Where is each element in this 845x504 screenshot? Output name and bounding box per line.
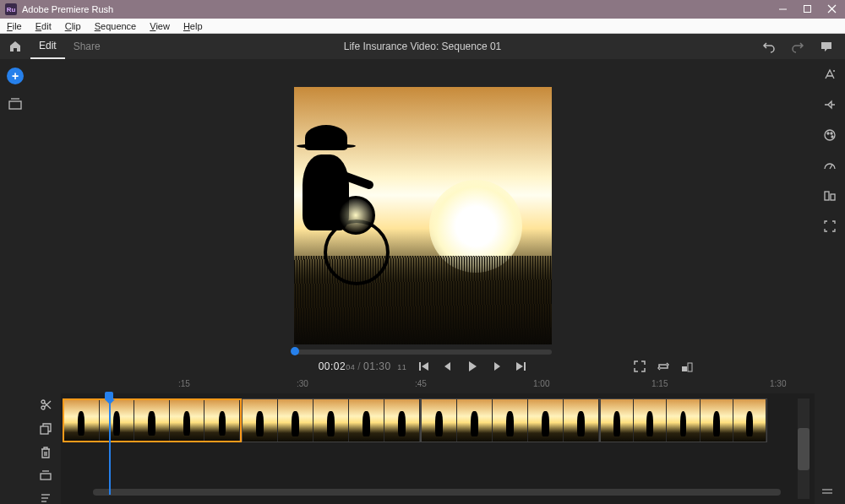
header-tabs: Edit Share <box>30 34 109 59</box>
svg-marker-10 <box>469 361 477 371</box>
timeline-scrollbar-vertical[interactable] <box>798 398 810 499</box>
track-controls-icon[interactable] <box>40 492 52 504</box>
timeline-ruler[interactable]: :15:30:451:001:151:30 <box>30 377 815 393</box>
menu-file[interactable]: File <box>0 21 29 31</box>
clip-thumbnail <box>278 399 313 442</box>
scissors-icon[interactable] <box>40 398 52 411</box>
timeline-clip[interactable] <box>421 398 600 442</box>
clip-thumbnail <box>601 399 634 442</box>
fullscreen-icon[interactable] <box>634 360 646 372</box>
project-panel-icon[interactable] <box>8 98 22 110</box>
ruler-tick: :30 <box>297 379 308 388</box>
menu-edit[interactable]: Edit <box>29 21 58 31</box>
expand-tracks-icon[interactable] <box>40 470 52 480</box>
tab-edit[interactable]: Edit <box>30 34 65 59</box>
timeline-clip[interactable] <box>242 398 421 442</box>
titles-icon[interactable] <box>823 68 837 81</box>
svg-rect-6 <box>419 362 421 371</box>
header-right-controls <box>762 40 845 53</box>
clip-thumbnail <box>422 399 457 442</box>
timeline-scrollbar-horizontal[interactable] <box>93 489 781 496</box>
add-media-button[interactable]: + <box>7 68 24 84</box>
clip-thumbnail <box>243 399 278 442</box>
undo-icon[interactable] <box>762 40 776 53</box>
menu-view[interactable]: View <box>143 21 177 31</box>
window-controls <box>778 4 837 15</box>
clip-thumbnail <box>528 399 564 442</box>
svg-rect-9 <box>451 362 453 371</box>
duplicate-icon[interactable] <box>40 423 52 435</box>
clip-thumbnail <box>204 400 240 441</box>
menu-bar: File Edit Clip Sequence View Help <box>0 19 845 34</box>
clip-thumbnail <box>733 399 766 442</box>
play-icon[interactable] <box>466 360 479 373</box>
svg-rect-35 <box>831 194 835 200</box>
clip-thumbnail <box>701 399 733 442</box>
timeline-options-icon[interactable] <box>821 487 833 496</box>
svg-rect-15 <box>688 363 692 371</box>
scrollbar-thumb[interactable] <box>798 428 810 470</box>
minimize-button[interactable] <box>778 4 788 15</box>
timecode: 00:0204/01:30 11 <box>319 360 407 372</box>
color-icon[interactable] <box>823 128 837 142</box>
step-forward-icon[interactable] <box>491 360 503 372</box>
clip-thumbnail <box>667 399 700 442</box>
center-panel: 00:0204/01:30 11 <box>30 59 815 504</box>
aspect-ratio-icon[interactable] <box>681 360 693 372</box>
clip-thumbnail <box>313 399 349 442</box>
close-button[interactable] <box>827 4 837 15</box>
speed-icon[interactable] <box>823 159 837 172</box>
clip-thumbnail <box>384 399 420 442</box>
home-icon[interactable] <box>0 40 30 53</box>
clip-thumbnail <box>493 399 528 442</box>
transform-icon[interactable] <box>823 219 837 233</box>
project-title: Life Insurance Video: Sequence 01 <box>344 41 502 52</box>
svg-rect-23 <box>41 474 51 480</box>
svg-rect-14 <box>682 366 687 371</box>
step-back-icon[interactable] <box>442 360 454 372</box>
timeline-clip[interactable] <box>63 398 242 442</box>
svg-marker-12 <box>516 362 523 371</box>
playback-controls: 00:0204/01:30 11 <box>152 360 693 373</box>
menu-clip[interactable]: Clip <box>58 21 88 31</box>
loop-icon[interactable] <box>657 360 669 372</box>
ruler-tick: 1:15 <box>651 379 668 388</box>
svg-point-29 <box>825 130 835 140</box>
svg-point-31 <box>831 133 832 134</box>
menu-sequence[interactable]: Sequence <box>88 21 144 31</box>
app-title: Adobe Premiere Rush <box>22 4 778 14</box>
audio-icon[interactable] <box>823 189 837 203</box>
clips-row <box>63 398 798 442</box>
menu-help[interactable]: Help <box>177 21 210 31</box>
clip-thumbnail <box>134 400 170 441</box>
svg-rect-4 <box>9 101 21 109</box>
comment-icon[interactable] <box>820 40 833 53</box>
ruler-tick: :45 <box>415 379 427 388</box>
svg-point-30 <box>827 133 829 134</box>
app-header: Edit Share Life Insurance Video: Sequenc… <box>0 34 845 59</box>
main-area: + 00:0204/01:30 11 <box>0 59 845 504</box>
ruler-tick: 1:30 <box>770 379 786 388</box>
ruler-tick: 1:00 <box>533 379 549 388</box>
go-to-start-icon[interactable] <box>418 360 430 372</box>
timeline-area <box>30 393 815 504</box>
timeline-content[interactable] <box>61 393 798 504</box>
clip-thumbnail <box>457 399 493 442</box>
svg-point-28 <box>833 70 835 72</box>
video-preview[interactable] <box>294 87 552 344</box>
maximize-button[interactable] <box>803 4 812 15</box>
svg-marker-11 <box>494 362 500 371</box>
progress-playhead[interactable] <box>291 347 299 355</box>
tab-share[interactable]: Share <box>65 34 109 59</box>
redo-icon[interactable] <box>791 40 804 53</box>
transitions-icon[interactable] <box>823 98 837 111</box>
timeline-playhead[interactable] <box>109 393 111 495</box>
clip-thumbnail <box>349 399 384 442</box>
playback-button-group <box>418 360 526 373</box>
delete-icon[interactable] <box>40 447 52 458</box>
preview-progress[interactable] <box>294 350 552 355</box>
go-to-end-icon[interactable] <box>515 360 526 372</box>
clip-thumbnail <box>100 400 135 441</box>
preview-options <box>634 360 693 372</box>
timeline-clip[interactable] <box>600 398 767 442</box>
